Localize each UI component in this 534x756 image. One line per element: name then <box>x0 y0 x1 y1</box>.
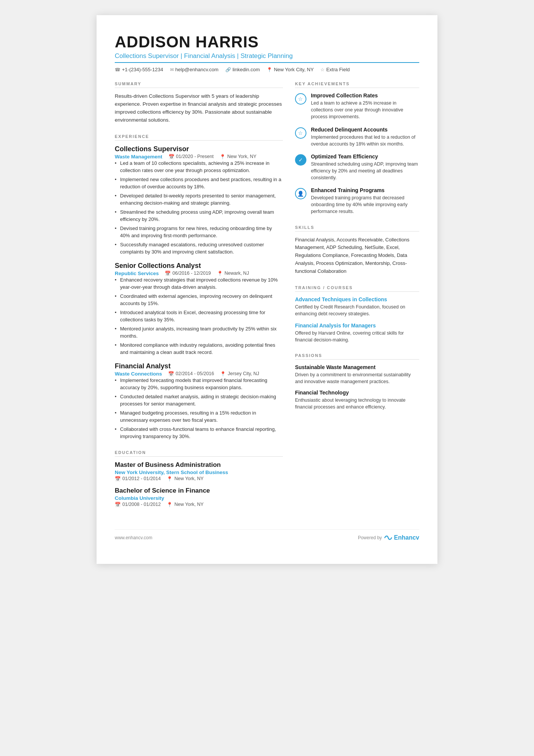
summary-text: Results-driven Collections Supervisor wi… <box>115 92 283 124</box>
skills-section: SKILLS Financial Analysis, Accounts Rece… <box>295 225 419 275</box>
job-title-3: Financial Analyst <box>115 362 283 370</box>
job-bullets-3: Implemented forecasting models that impr… <box>115 377 283 440</box>
edu-dates-1: 📅 01/2012 - 01/2014 <box>115 476 161 482</box>
footer-powered: Powered by Enhancv <box>358 534 419 541</box>
job-bullets-1: Led a team of 10 collections specialists… <box>115 160 283 256</box>
job-company-1: Waste Management <box>115 154 162 160</box>
job-company-3: Waste Connections <box>115 371 162 377</box>
achievement-3: ✓ Optimized Team Efficiency Streamlined … <box>295 153 419 181</box>
bullet-2-2: Coordinated with external agencies, impr… <box>115 293 283 307</box>
job-3: Financial Analyst Waste Connections 📅 02… <box>115 362 283 440</box>
passion-1: Sustainable Waste Management Driven by a… <box>295 364 419 385</box>
education-label: EDUCATION <box>115 450 283 457</box>
passions-section: PASSIONS Sustainable Waste Management Dr… <box>295 353 419 411</box>
enhancv-logo-icon <box>384 535 392 541</box>
achievement-icon-3: ✓ <box>295 154 306 166</box>
edu-meta-2: 📅 01/2008 - 01/2012 📍 New York, NY <box>115 502 283 507</box>
job-company-2: Republic Services <box>115 271 159 276</box>
school-1: New York University, Stern School of Bus… <box>115 470 283 475</box>
calendar-icon-edu2: 📅 <box>115 502 121 507</box>
job-dates-3: 📅 02/2014 - 05/2016 <box>168 371 214 377</box>
achievement-icon-4: 👤 <box>295 188 306 199</box>
summary-label: SUMMARY <box>115 81 283 88</box>
training-name-2: Financial Analysis for Managers <box>295 322 419 329</box>
calendar-icon-3: 📅 <box>168 371 174 377</box>
achievement-title-2: Reduced Delinquent Accounts <box>311 127 419 133</box>
degree-1: Master of Business Administration <box>115 461 283 469</box>
training-desc-1: Certified by Credit Research Foundation,… <box>295 304 419 317</box>
candidate-title: Collections Supervisor | Financial Analy… <box>115 52 419 63</box>
bullet-3-3: Managed budgeting processes, resulting i… <box>115 409 283 424</box>
bullet-1-2: Implemented new collections procedures a… <box>115 176 283 191</box>
left-column: SUMMARY Results-driven Collections Super… <box>115 81 283 517</box>
calendar-icon-edu1: 📅 <box>115 476 121 482</box>
resume-page: ADDISON HARRIS Collections Supervisor | … <box>97 15 437 564</box>
job-dates-2: 📅 06/2016 - 12/2019 <box>165 271 211 276</box>
job-location-3: 📍 Jersey City, NJ <box>220 371 259 377</box>
training-1: Advanced Techniques in Collections Certi… <box>295 296 419 317</box>
contact-email: ✉ help@enhancv.com <box>170 67 219 72</box>
achievement-4: 👤 Enhanced Training Programs Developed t… <box>295 187 419 215</box>
school-2: Columbia University <box>115 495 283 501</box>
experience-section: EXPERIENCE Collections Supervisor Waste … <box>115 134 283 440</box>
passion-desc-2: Enthusiastic about leveraging technology… <box>295 397 419 410</box>
achievement-desc-2: Implemented procedures that led to a red… <box>311 134 419 147</box>
right-column: KEY ACHIEVEMENTS ☆ Improved Collection R… <box>295 81 419 517</box>
job-title-1: Collections Supervisor <box>115 145 283 153</box>
achievements-section: KEY ACHIEVEMENTS ☆ Improved Collection R… <box>295 81 419 215</box>
summary-section: SUMMARY Results-driven Collections Super… <box>115 81 283 124</box>
contact-row: ☎ +1-(234)-555-1234 ✉ help@enhancv.com 🔗… <box>115 67 419 72</box>
phone-icon: ☎ <box>115 67 120 72</box>
achievement-title-1: Improved Collection Rates <box>311 92 419 99</box>
powered-by-text: Powered by <box>358 535 382 540</box>
job-1: Collections Supervisor Waste Management … <box>115 145 283 256</box>
achievement-icon-1: ☆ <box>295 93 306 105</box>
bullet-1-6: Successfully managed escalations, reduci… <box>115 241 283 256</box>
achievement-content-3: Optimized Team Efficiency Streamlined sc… <box>311 153 419 181</box>
job-bullets-2: Enhanced recovery strategies that improv… <box>115 276 283 356</box>
contact-extra: ☆ Extra Field <box>320 67 350 72</box>
achievement-desc-1: Led a team to achieve a 25% increase in … <box>311 100 419 120</box>
contact-phone: ☎ +1-(234)-555-1234 <box>115 67 163 72</box>
pin-icon-3: 📍 <box>220 371 226 377</box>
achievement-desc-3: Streamlined scheduling using ADP, improv… <box>311 161 419 181</box>
passion-title-1: Sustainable Waste Management <box>295 364 419 370</box>
contact-location: 📍 New York City, NY <box>267 67 314 72</box>
pin-icon-edu1: 📍 <box>167 476 173 482</box>
job-location-2: 📍 Newark, NJ <box>217 271 249 276</box>
achievement-desc-4: Developed training programs that decreas… <box>311 194 419 215</box>
candidate-name: ADDISON HARRIS <box>115 33 419 51</box>
calendar-icon-2: 📅 <box>165 271 171 276</box>
degree-2: Bachelor of Science in Finance <box>115 487 283 495</box>
skills-label: SKILLS <box>295 225 419 232</box>
job-location-1: 📍 New York, NY <box>220 154 256 160</box>
pin-icon-2: 📍 <box>217 271 223 276</box>
training-2: Financial Analysis for Managers Offered … <box>295 322 419 343</box>
education-1: Master of Business Administration New Yo… <box>115 461 283 482</box>
passion-title-2: Financial Technology <box>295 390 419 396</box>
training-label: TRAINING / COURSES <box>295 285 419 292</box>
achievements-label: KEY ACHIEVEMENTS <box>295 81 419 88</box>
footer-url: www.enhancv.com <box>115 535 152 540</box>
header: ADDISON HARRIS Collections Supervisor | … <box>115 33 419 72</box>
education-section: EDUCATION Master of Business Administrat… <box>115 450 283 507</box>
edu-dates-2: 📅 01/2008 - 01/2012 <box>115 502 161 507</box>
email-icon: ✉ <box>170 67 174 72</box>
bullet-2-5: Monitored compliance with industry regul… <box>115 341 283 356</box>
achievement-icon-2: ☆ <box>295 127 306 139</box>
passion-desc-1: Driven by a commitment to environmental … <box>295 371 419 385</box>
bullet-3-4: Collaborated with cross-functional teams… <box>115 426 283 440</box>
enhancv-logo: Enhancv <box>384 534 419 541</box>
bullet-1-3: Developed detailed bi-weekly reports pre… <box>115 192 283 207</box>
achievement-2: ☆ Reduced Delinquent Accounts Implemente… <box>295 127 419 147</box>
training-name-1: Advanced Techniques in Collections <box>295 296 419 302</box>
passions-label: PASSIONS <box>295 353 419 360</box>
skills-text: Financial Analysis, Accounts Receivable,… <box>295 236 419 275</box>
training-desc-2: Offered by Harvard Online, covering crit… <box>295 330 419 343</box>
achievement-content-2: Reduced Delinquent Accounts Implemented … <box>311 127 419 147</box>
link-icon: 🔗 <box>225 67 231 72</box>
calendar-icon-1: 📅 <box>169 154 175 160</box>
bullet-2-1: Enhanced recovery strategies that improv… <box>115 276 283 291</box>
footer: www.enhancv.com Powered by Enhancv <box>115 529 419 541</box>
education-2: Bachelor of Science in Finance Columbia … <box>115 487 283 507</box>
